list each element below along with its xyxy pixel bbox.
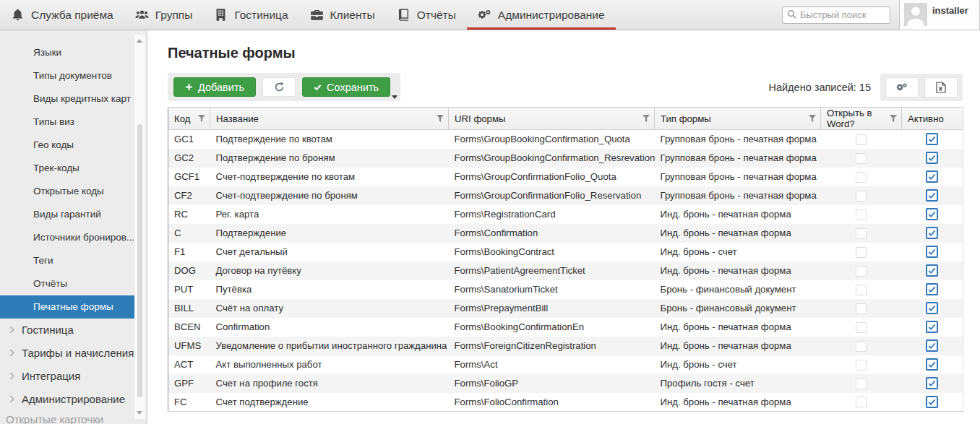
- word-checkbox[interactable]: [856, 134, 867, 145]
- column-header[interactable]: Тип формы: [655, 108, 821, 130]
- add-button[interactable]: Добавить: [173, 77, 256, 97]
- refresh-button[interactable]: [262, 77, 296, 97]
- column-header[interactable]: Код: [168, 108, 210, 130]
- filter-funnel-icon[interactable]: [642, 115, 650, 123]
- table-row[interactable]: GCF1Счет-подтверждение по квотамForms\Gr…: [168, 168, 963, 186]
- column-header[interactable]: Активно: [902, 108, 963, 130]
- word-checkbox[interactable]: [856, 209, 867, 220]
- active-checkbox[interactable]: [926, 152, 938, 164]
- sidebar-item-document-types[interactable]: Типы документов: [0, 64, 147, 87]
- table-row[interactable]: RCРег. картаForms\RegistrationCardИнд. б…: [168, 205, 963, 224]
- table-row[interactable]: CПодтверждениеForms\ConfirmationИнд. бро…: [168, 224, 963, 243]
- nav-tab-groups[interactable]: Группы: [124, 0, 204, 30]
- active-checkbox[interactable]: [926, 396, 938, 408]
- table-row[interactable]: PUTПутёвкаForms\SanatoriumTicketБронь - …: [168, 280, 963, 299]
- word-checkbox[interactable]: [856, 172, 867, 183]
- active-checkbox[interactable]: [926, 321, 938, 333]
- table-row[interactable]: BILLСчёт на оплатуForms\PrepaymentBillБр…: [168, 299, 963, 318]
- toolbar-dropdown-caret-icon[interactable]: [392, 95, 397, 99]
- table-row[interactable]: CF2Счет-подтверждение по бронямForms\Gro…: [168, 186, 963, 205]
- active-checkbox[interactable]: [926, 246, 938, 258]
- sidebar-item-visa-types[interactable]: Типы виз: [0, 111, 147, 134]
- save-button[interactable]: Сохранить: [302, 77, 390, 97]
- filter-funnel-icon[interactable]: [890, 115, 897, 123]
- word-checkbox[interactable]: [856, 285, 867, 295]
- word-checkbox[interactable]: [856, 303, 867, 314]
- table-row[interactable]: DOGДоговор на путёвкуForms\PatientAgreem…: [168, 261, 963, 280]
- sidebar-item-geo-codes[interactable]: Гео коды: [0, 134, 147, 157]
- active-checkbox[interactable]: [926, 208, 938, 220]
- sidebar-item-hotel[interactable]: Гостиница: [0, 319, 147, 342]
- active-checkbox[interactable]: [926, 302, 938, 314]
- word-checkbox[interactable]: [856, 360, 867, 371]
- word-checkbox[interactable]: [856, 378, 867, 389]
- sidebar-item-credit-card-types[interactable]: Виды кредитных карт: [0, 87, 147, 111]
- sidebar-footer-open-cards[interactable]: Открытые карточки: [6, 413, 103, 424]
- table-row[interactable]: FCСчет подтверждениеForms\FolioConfirmat…: [168, 393, 963, 412]
- column-header[interactable]: URI формы: [449, 108, 655, 130]
- sidebar-item-print-forms[interactable]: Печатные формы: [0, 295, 136, 319]
- search-input[interactable]: [800, 9, 885, 20]
- user-menu[interactable]: installer: [899, 0, 980, 30]
- word-checkbox[interactable]: [856, 191, 867, 202]
- table-row[interactable]: UFMSУведомление о прибытии иностранного …: [168, 337, 963, 355]
- sidebar-item-track-codes[interactable]: Трек-коды: [0, 157, 147, 180]
- table-row[interactable]: GPFСчет на профиле гостяForms\FolioGPПро…: [168, 374, 963, 393]
- sidebar-item-tags[interactable]: Теги: [0, 249, 147, 272]
- scroll-thumb[interactable]: [137, 124, 142, 397]
- cell-type: Инд. бронь - печатная форма: [655, 261, 821, 280]
- table-row[interactable]: BCENConfirmationForms\BookingConfirmatio…: [168, 318, 963, 337]
- word-checkbox[interactable]: [856, 341, 867, 352]
- active-checkbox[interactable]: [926, 377, 938, 389]
- column-header[interactable]: Открыть в Word?: [821, 108, 902, 130]
- nav-tab-hotel[interactable]: Гостиница: [203, 0, 298, 30]
- cell-name: Подтверждение по броням: [210, 149, 449, 168]
- active-checkbox[interactable]: [926, 283, 938, 295]
- active-checkbox[interactable]: [926, 339, 938, 352]
- sidebar-item-languages[interactable]: Языки: [0, 41, 147, 64]
- sidebar-item-administration[interactable]: Администрирование: [0, 388, 147, 411]
- sidebar-item-reports[interactable]: Отчёты: [0, 272, 147, 295]
- table-row[interactable]: ACTАкт выполненных работForms\ActИнд. бр…: [168, 355, 963, 374]
- active-checkbox[interactable]: [926, 189, 938, 202]
- word-checkbox[interactable]: [856, 397, 867, 407]
- sidebar-item-tariffs[interactable]: Тарифы и начисления: [0, 342, 147, 365]
- active-checkbox[interactable]: [926, 358, 938, 371]
- active-checkbox[interactable]: [926, 133, 938, 145]
- cell-open-in-word: [821, 168, 902, 186]
- sidebar-scrollbar[interactable]: [134, 35, 145, 419]
- nav-tab-clients[interactable]: Клиенты: [299, 0, 386, 30]
- column-header[interactable]: Название: [210, 108, 449, 130]
- scroll-up-icon[interactable]: [137, 39, 142, 43]
- nav-tab-admin[interactable]: Администрирование: [467, 0, 616, 30]
- filter-funnel-icon[interactable]: [198, 115, 205, 123]
- scroll-down-icon[interactable]: [137, 411, 142, 415]
- word-checkbox[interactable]: [856, 247, 867, 258]
- filter-funnel-icon[interactable]: [809, 115, 816, 123]
- word-checkbox[interactable]: [856, 266, 867, 277]
- book-icon: [397, 8, 411, 22]
- grid-settings-button[interactable]: [885, 77, 919, 98]
- cell-active: [902, 280, 963, 299]
- sidebar-item-label: Гео коды: [33, 139, 74, 150]
- cell-open-in-word: [821, 205, 902, 224]
- table-row[interactable]: F1Счет детальныйForms\BookingContractИнд…: [168, 243, 963, 261]
- nav-tab-reception[interactable]: Служба приёма: [0, 0, 124, 30]
- active-checkbox[interactable]: [926, 170, 938, 183]
- cell-uri: Forms\Act: [449, 355, 655, 374]
- filter-funnel-icon[interactable]: [437, 115, 444, 123]
- word-checkbox[interactable]: [856, 322, 867, 333]
- sidebar-item-open-codes[interactable]: Открытые коды: [0, 180, 147, 203]
- word-checkbox[interactable]: [856, 153, 867, 164]
- cell-type: Групповая бронь - печатная форма: [655, 186, 821, 205]
- sidebar-item-integration[interactable]: Интеграция: [0, 365, 147, 388]
- sidebar-item-guarantee-types[interactable]: Виды гарантий: [0, 203, 147, 226]
- active-checkbox[interactable]: [926, 227, 938, 239]
- sidebar-item-booking-sources[interactable]: Источники брониров...: [0, 226, 147, 249]
- export-excel-button[interactable]: [924, 77, 958, 98]
- word-checkbox[interactable]: [856, 228, 867, 239]
- table-row[interactable]: GC1Подтверждение по квотамForms\GroupBoo…: [168, 130, 963, 149]
- nav-tab-reports[interactable]: Отчёты: [386, 0, 467, 30]
- active-checkbox[interactable]: [926, 264, 938, 277]
- table-row[interactable]: GC2Подтверждение по бронямForms\GroupBoo…: [168, 149, 963, 168]
